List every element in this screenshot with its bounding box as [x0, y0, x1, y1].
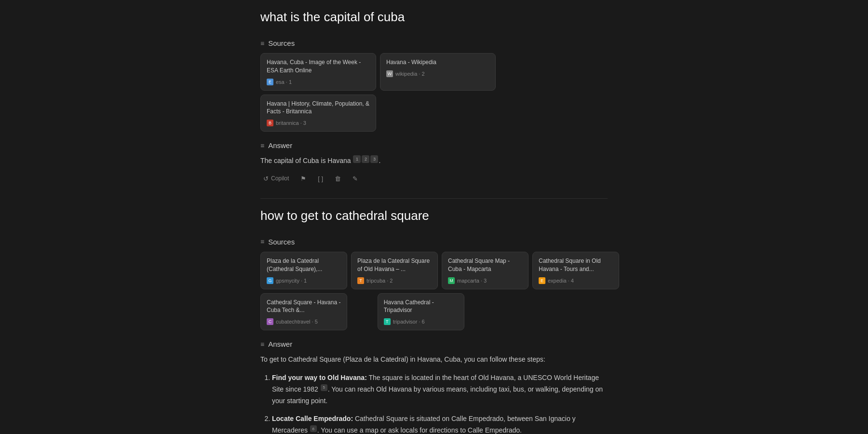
- source-meta-1-2: W wikipedia · 2: [386, 70, 489, 77]
- edit-button-1[interactable]: ✎: [350, 174, 361, 184]
- source-title-2-6: Havana Cathedral - Tripadvisor: [384, 298, 458, 315]
- source-site-2-6: tripadvisor · 6: [393, 319, 425, 325]
- copilot-label-1: Copilot: [271, 175, 289, 182]
- source-site-2-5: cubatechtravel · 5: [276, 319, 318, 325]
- query-section-1: what is the capital of cuba ≡ Sources Ha…: [260, 10, 608, 184]
- source-site-1-3: britannica · 3: [276, 120, 306, 126]
- sources-label-1: Sources: [268, 39, 295, 47]
- sources-grid-1: Havana, Cuba - Image of the Week - ESA E…: [260, 53, 608, 132]
- query-title-1: what is the capital of cuba: [260, 10, 608, 29]
- favicon-expedia: E: [539, 277, 545, 284]
- source-title-2-4: Cathedral Square in Old Havana - Tours a…: [539, 257, 613, 273]
- source-title-1-3: Havana | History, Climate, Population, &…: [267, 100, 370, 116]
- source-title-1-1: Havana, Cuba - Image of the Week - ESA E…: [267, 58, 370, 75]
- source-site-2-3: mapcarta · 3: [457, 278, 487, 284]
- sources-header-2: ≡ Sources: [260, 238, 608, 246]
- favicon-cubatechtravel: C: [267, 318, 273, 325]
- ref-6[interactable]: 6: [310, 425, 317, 432]
- favicon-wiki: W: [386, 70, 393, 77]
- answer-header-1: ≡ Answer: [260, 141, 608, 149]
- source-meta-2-5: C cubatechtravel · 5: [267, 318, 341, 325]
- citation-1[interactable]: 1: [353, 155, 361, 163]
- source-meta-2-2: T tripcuba · 2: [357, 277, 432, 284]
- source-site-2-4: expedia · 4: [548, 278, 574, 284]
- source-meta-2-4: E expedia · 4: [539, 277, 613, 284]
- answer-text-1: The capital of Cuba is Havana 123.: [260, 155, 608, 167]
- flag-button-1[interactable]: ⚑: [298, 174, 309, 184]
- source-card-2-1[interactable]: Plaza de la Catedral (Cathedral Square),…: [260, 252, 347, 289]
- bracket-icon-1: [ ]: [318, 175, 323, 182]
- source-card-1-2[interactable]: Havana - Wikipedia W wikipedia · 2: [380, 53, 496, 91]
- answer-section-2: ≡ Answer To get to Cathedral Square (Pla…: [260, 340, 608, 434]
- answer-icon-2: ≡: [260, 340, 264, 348]
- divider-1: [260, 198, 608, 199]
- source-card-2-6[interactable]: Havana Cathedral - Tripadvisor T tripadv…: [378, 293, 464, 331]
- source-card-1-3[interactable]: Havana | History, Climate, Population, &…: [260, 95, 376, 132]
- favicon-brit: B: [267, 120, 273, 126]
- step-1-bold: Find your way to Old Havana:: [272, 374, 367, 381]
- source-site-2-2: tripcuba · 2: [366, 278, 393, 284]
- copilot-button-1[interactable]: ↺ Copilot: [260, 174, 292, 184]
- source-site-1-1: esa · 1: [276, 79, 292, 85]
- answer-icon-1: ≡: [260, 142, 264, 149]
- source-meta-1-3: B britannica · 3: [267, 120, 370, 126]
- source-title-2-2: Plaza de la Catedral Square of Old Havan…: [357, 257, 432, 273]
- answer-label-1: Answer: [268, 141, 292, 149]
- copilot-icon-1: ↺: [263, 175, 269, 182]
- source-card-2-4[interactable]: Cathedral Square in Old Havana - Tours a…: [532, 252, 619, 289]
- step-2-bold: Locate Calle Empedrado:: [272, 415, 353, 422]
- answer-body-1: The capital of Cuba is Havana: [260, 157, 353, 164]
- page-container: what is the capital of cuba ≡ Sources Ha…: [241, 0, 627, 434]
- query-section-2: how to get to cathedral square ≡ Sources…: [260, 208, 608, 434]
- favicon-esa: E: [267, 79, 273, 85]
- bracket-button-1[interactable]: [ ]: [315, 174, 326, 184]
- source-meta-2-6: T tripadvisor · 6: [384, 318, 458, 325]
- sources-section-1: ≡ Sources Havana, Cuba - Image of the We…: [260, 39, 608, 132]
- step-1: Find your way to Old Havana: The square …: [272, 372, 608, 407]
- flag-icon-1: ⚑: [300, 175, 306, 182]
- answer-actions-1: ↺ Copilot ⚑ [ ] 🗑 ✎: [260, 174, 608, 184]
- source-site-2-1: gpsmycity · 1: [276, 278, 307, 284]
- source-meta-1-1: E esa · 1: [267, 79, 370, 85]
- source-card-1-1[interactable]: Havana, Cuba - Image of the Week - ESA E…: [260, 53, 376, 91]
- answer-label-2: Answer: [268, 340, 292, 348]
- sources-label-2: Sources: [268, 238, 295, 246]
- trash-button-1[interactable]: 🗑: [332, 174, 344, 184]
- source-meta-2-1: G gpsmycity · 1: [267, 277, 341, 284]
- query-title-2: how to get to cathedral square: [260, 208, 608, 228]
- ref-5[interactable]: 5: [321, 384, 327, 391]
- source-site-1-2: wikipedia · 2: [395, 71, 425, 77]
- source-card-2-3[interactable]: Cathedral Square Map - Cuba - Mapcarta M…: [442, 252, 529, 289]
- favicon-gpsmycity: G: [267, 277, 273, 284]
- answer-steps: Find your way to Old Havana: The square …: [260, 372, 608, 434]
- favicon-tripcuba: T: [357, 277, 364, 284]
- source-card-2-2[interactable]: Plaza de la Catedral Square of Old Havan…: [351, 252, 438, 289]
- source-title-2-3: Cathedral Square Map - Cuba - Mapcarta: [448, 257, 522, 273]
- answer-intro-2: To get to Cathedral Square (Plaza de la …: [260, 354, 608, 366]
- sources-icon-2: ≡: [260, 238, 264, 245]
- favicon-tripadvisor: T: [384, 318, 391, 325]
- sources-row1: Plaza de la Catedral (Cathedral Square),…: [260, 252, 608, 289]
- edit-icon-1: ✎: [353, 175, 358, 182]
- sources-header-1: ≡ Sources: [260, 39, 608, 47]
- trash-icon-1: 🗑: [335, 175, 341, 182]
- answer-period-1: .: [379, 157, 380, 164]
- sources-row2: Cathedral Square - Havana - Cuba Tech &.…: [260, 293, 608, 331]
- citation-2[interactable]: 2: [362, 155, 369, 163]
- source-title-2-5: Cathedral Square - Havana - Cuba Tech &.…: [267, 298, 341, 315]
- source-title-2-1: Plaza de la Catedral (Cathedral Square),…: [267, 257, 341, 273]
- citation-3[interactable]: 3: [370, 155, 378, 163]
- source-meta-2-3: M mapcarta · 3: [448, 277, 522, 284]
- source-title-1-2: Havana - Wikipedia: [386, 58, 489, 67]
- answer-header-2: ≡ Answer: [260, 340, 608, 348]
- answer-section-1: ≡ Answer The capital of Cuba is Havana 1…: [260, 141, 608, 184]
- source-card-2-5[interactable]: Cathedral Square - Havana - Cuba Tech &.…: [260, 293, 347, 331]
- sources-icon-1: ≡: [260, 40, 264, 47]
- sources-section-2: ≡ Sources Plaza de la Catedral (Cathedra…: [260, 238, 608, 330]
- step-2-text2: . You can use a map or ask locals for di…: [317, 426, 522, 434]
- favicon-mapcarta: M: [448, 277, 455, 284]
- step-2: Locate Calle Empedrado: Cathedral Square…: [272, 413, 608, 434]
